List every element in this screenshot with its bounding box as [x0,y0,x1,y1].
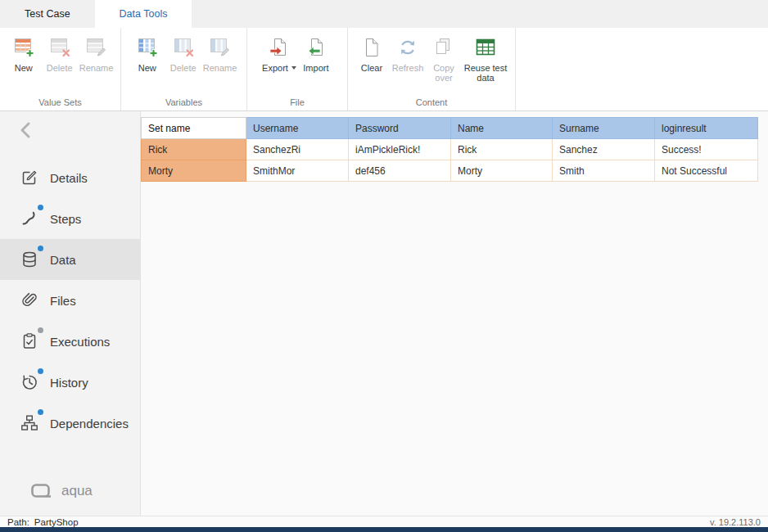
steps-path-icon [20,209,39,228]
sidebar-item-data[interactable]: Data [0,239,140,280]
sidebar-item-steps[interactable]: Steps [0,198,140,239]
notification-dot [38,327,43,333]
sidebar-nav: Details Steps Data [0,157,140,444]
table-row: Rick SanchezRi iAmPickleRick! Rick Sanch… [142,139,758,160]
button-label: Rename [203,63,237,73]
column-header-password[interactable]: Password [349,118,451,139]
value-sets-new-button[interactable]: New [6,34,42,74]
columns-delete-icon [171,35,196,60]
set-name-cell[interactable]: Rick [142,139,246,160]
notification-dot [38,368,43,374]
columns-add-icon [135,35,160,60]
clear-button[interactable]: Clear [354,34,390,74]
tab-data-tools[interactable]: Data Tools [95,0,192,28]
ribbon-group-label: File [247,97,347,107]
value-sets-rename-button[interactable]: Rename [78,34,115,74]
database-icon [20,250,39,269]
table-cell[interactable]: SmithMor [246,160,349,182]
sidebar-item-label: Data [50,253,76,267]
table-cell[interactable]: def456 [349,160,451,182]
sidebar-item-executions[interactable]: Executions [0,321,140,362]
table-cell[interactable]: Not Successful [655,160,758,182]
chevron-left-icon [18,121,33,139]
notification-dot [38,246,43,251]
copy-pages-icon [431,35,456,60]
sidebar-item-details[interactable]: Details [0,157,140,198]
button-label: Import [303,63,328,73]
refresh-icon [395,35,420,60]
sidebar-item-label: Steps [50,212,81,226]
clear-page-icon [359,35,384,60]
sidebar-item-label: History [50,376,88,390]
reuse-test-data-button[interactable]: Reuse test data [462,34,509,84]
table-cell[interactable]: SanchezRi [246,139,349,160]
variables-delete-button[interactable]: Delete [165,34,201,74]
ribbon-group-label: Variables [121,97,246,107]
column-header-set-name[interactable]: Set name [142,118,246,139]
data-panel: Set name Username Password Name Surname … [141,111,768,516]
copy-over-button[interactable]: Copy over [426,34,462,84]
status-bar: Path: PartyShop v. 19.2.113.0 [0,516,768,527]
tab-test-case[interactable]: Test Case [0,0,95,28]
edit-pencil-icon [20,168,39,187]
button-label: Clear [361,63,382,73]
button-label: Delete [47,63,73,73]
variables-rename-button[interactable]: Rename [201,34,239,74]
button-label: New [138,63,156,73]
value-sets-delete-button[interactable]: Delete [42,34,78,74]
dropdown-arrow-icon [291,66,296,70]
table-cell[interactable]: iAmPickleRick! [349,139,451,160]
table-add-icon [11,35,36,60]
column-header-surname[interactable]: Surname [553,118,655,139]
sidebar-item-label: Details [50,171,88,185]
table-cell[interactable]: Success! [655,139,758,160]
notification-dot [38,205,43,210]
column-header-username[interactable]: Username [246,118,349,139]
table-cell[interactable]: Sanchez [553,139,655,160]
table-cell[interactable]: Morty [451,160,553,182]
import-button[interactable]: Import [298,34,334,74]
history-clock-icon [20,372,39,392]
sidebar-item-files[interactable]: Files [0,280,140,321]
import-icon [304,35,328,60]
paperclip-icon [20,291,39,310]
refresh-button[interactable]: Refresh [390,34,426,74]
table-cell[interactable]: Smith [553,160,655,182]
table-cell[interactable]: Rick [451,139,553,160]
column-header-loginresult[interactable]: loginresult [655,118,758,139]
clipboard-icon [20,331,39,351]
button-label: New [15,63,33,73]
sidebar-item-dependencies[interactable]: Dependencies [0,403,140,444]
table-header-row: Set name Username Password Name Surname … [142,118,758,139]
table-rename-icon [84,35,108,60]
sidebar-item-history[interactable]: History [0,362,140,403]
variables-new-button[interactable]: New [129,34,165,74]
hierarchy-icon [20,413,39,433]
sidebar-item-label: Files [50,294,76,308]
aqua-logo-mark [29,481,54,501]
button-label: Reuse test data [463,63,508,83]
button-label: Rename [79,63,114,73]
button-label: Copy over [427,63,460,83]
ribbon-group-label: Value Sets [0,97,120,107]
column-header-name[interactable]: Name [451,118,553,139]
ribbon: New Delete [0,28,768,111]
ribbon-tab-strip: Test Case Data Tools [0,0,768,28]
export-icon [267,35,291,60]
columns-rename-icon [207,35,232,60]
test-data-table: Set name Username Password Name Surname … [141,117,758,182]
button-label: Export [262,63,288,73]
export-button[interactable]: Export [260,34,298,74]
ribbon-group-content: Clear Refresh [348,28,516,110]
set-name-cell[interactable]: Morty [142,160,246,182]
ribbon-group-file: Export Import File [247,28,348,110]
ribbon-group-variables: New Delete [121,28,247,110]
table-delete-icon [47,35,72,60]
window-bottom-edge [0,527,768,532]
notification-dot [38,409,43,415]
sidebar-item-label: Executions [50,335,110,349]
path-breadcrumb: Path: PartyShop [7,517,79,527]
aqua-logo-text: aqua [61,483,93,499]
table-row: Morty SmithMor def456 Morty Smith Not Su… [142,160,758,182]
collapse-sidebar-button[interactable] [0,111,140,147]
